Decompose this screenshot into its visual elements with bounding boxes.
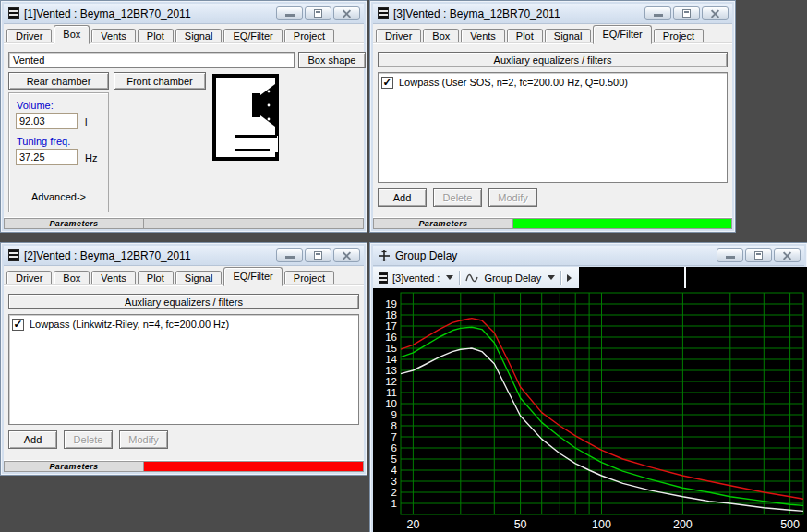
tab-signal[interactable]: Signal — [175, 29, 223, 44]
minimize-icon — [726, 256, 735, 259]
list-item[interactable]: ✓ Lowpass (Linkwitz-Riley, n=4, fc=200.0… — [12, 317, 355, 332]
minimize-button[interactable] — [276, 248, 303, 262]
svg-text:50: 50 — [514, 518, 527, 531]
close-button[interactable] — [333, 6, 360, 20]
tab-signal[interactable]: Signal — [545, 29, 592, 44]
tab-driver[interactable]: Driver — [6, 271, 52, 286]
eq-filter-list[interactable]: ✓ Lowpass (User SOS, n=2, fc=200.00 Hz, … — [378, 72, 728, 183]
tab-plot[interactable]: Plot — [138, 271, 174, 286]
tab-bar: Driver Box Vents Plot Signal EQ/Filter P… — [373, 24, 732, 44]
status-bar: Parameters — [373, 217, 732, 229]
svg-text:9: 9 — [391, 409, 397, 420]
window-vented-2: [2]Vented : Beyma_12BR70_2011 Driver Box… — [0, 242, 367, 476]
close-icon — [341, 250, 353, 262]
rear-chamber-button[interactable]: Rear chamber — [8, 72, 109, 90]
eq-filters-header: Auxliary equalizers / filters — [378, 52, 728, 67]
window-controls — [276, 6, 360, 20]
tab-driver[interactable]: Driver — [6, 29, 52, 44]
window-controls — [644, 6, 729, 20]
tab-eq-filter[interactable]: EQ/Filter — [223, 29, 282, 44]
advanced-link[interactable]: Advanced-> — [9, 191, 108, 202]
tab-signal[interactable]: Signal — [175, 271, 223, 286]
modify-button[interactable]: Modify — [488, 188, 537, 207]
restore-icon — [682, 9, 691, 18]
svg-text:100: 100 — [592, 518, 611, 531]
legend-box — [686, 267, 807, 288]
tuning-freq-input[interactable] — [16, 149, 78, 165]
restore-button[interactable] — [673, 6, 700, 20]
tab-eq-filter[interactable]: EQ/Filter — [223, 267, 282, 286]
status-progress-bar — [144, 461, 364, 472]
tab-plot[interactable]: Plot — [138, 29, 174, 44]
minimize-button[interactable] — [276, 6, 303, 20]
tab-box[interactable]: Box — [54, 25, 90, 44]
parameters-status-tab: Parameters — [4, 218, 144, 229]
svg-text:1: 1 — [391, 498, 397, 509]
tuning-freq-unit: Hz — [85, 152, 97, 163]
svg-text:3: 3 — [391, 476, 397, 487]
add-button[interactable]: Add — [378, 188, 427, 207]
titlebar[interactable]: [1]Vented : Beyma_12BR70_2011 — [4, 4, 364, 24]
front-chamber-button[interactable]: Front chamber — [114, 72, 206, 90]
document-icon — [8, 7, 19, 19]
add-button[interactable]: Add — [8, 430, 57, 449]
tab-box[interactable]: Box — [423, 29, 459, 44]
filter-enabled-checkbox[interactable]: ✓ — [381, 77, 393, 89]
toolbar-separator — [459, 271, 460, 285]
tab-vents[interactable]: Vents — [91, 271, 136, 286]
filter-enabled-checkbox[interactable]: ✓ — [12, 319, 24, 331]
minimize-icon — [285, 256, 295, 259]
source-selector[interactable]: [3]vented : — [373, 267, 457, 288]
minimize-icon — [654, 14, 663, 17]
tab-vents[interactable]: Vents — [91, 29, 136, 44]
chevron-down-icon — [446, 275, 453, 280]
volume-input[interactable] — [16, 113, 78, 129]
svg-text:10: 10 — [385, 398, 397, 409]
box-shape-button[interactable]: Box shape — [298, 52, 366, 68]
status-bar: Parameters — [4, 460, 364, 472]
plot-type-selector[interactable]: Group Delay — [462, 267, 559, 288]
titlebar[interactable]: Group Delay — [373, 246, 804, 266]
parameters-status-tab: Parameters — [4, 461, 144, 472]
tab-driver[interactable]: Driver — [376, 29, 421, 44]
svg-text:17: 17 — [385, 320, 397, 332]
svg-text:2: 2 — [391, 487, 397, 498]
close-button[interactable] — [774, 248, 801, 262]
close-button[interactable] — [333, 248, 360, 262]
restore-button[interactable] — [305, 6, 331, 20]
titlebar[interactable]: [3]Vented : Beyma_12BR70_2011 — [373, 4, 732, 24]
restore-button[interactable] — [305, 248, 331, 262]
titlebar[interactable]: [2]Vented : Beyma_12BR70_2011 — [4, 246, 364, 266]
tab-eq-filter[interactable]: EQ/Filter — [593, 25, 651, 44]
minimize-button[interactable] — [717, 248, 743, 262]
svg-text:13: 13 — [385, 365, 397, 376]
minimize-button[interactable] — [644, 6, 671, 20]
eq-filter-tab-page: Auxliary equalizers / filters ✓ Lowpass … — [4, 286, 364, 460]
tab-project[interactable]: Project — [284, 29, 334, 44]
window-controls — [276, 248, 360, 262]
restore-icon — [754, 251, 763, 260]
rear-chamber-panel: Volume: l Tuning freq. Hz Advanced-> — [8, 92, 109, 212]
status-progress-bar — [144, 218, 364, 229]
eq-filter-list[interactable]: ✓ Lowpass (Linkwitz-Riley, n=4, fc=200.0… — [8, 314, 359, 425]
box-diagram — [211, 73, 280, 162]
svg-text:12: 12 — [385, 376, 397, 387]
delete-button[interactable]: Delete — [64, 430, 113, 449]
document-icon — [379, 272, 388, 284]
tab-vents[interactable]: Vents — [461, 29, 505, 44]
toolbar-separator — [560, 271, 561, 285]
tab-box[interactable]: Box — [54, 271, 90, 286]
close-button[interactable] — [702, 6, 729, 20]
tab-plot[interactable]: Plot — [507, 29, 543, 44]
modify-button[interactable]: Modify — [119, 430, 168, 449]
next-button[interactable] — [563, 267, 575, 288]
list-item[interactable]: ✓ Lowpass (User SOS, n=2, fc=200.00 Hz, … — [381, 75, 724, 90]
tab-bar: Driver Box Vents Plot Signal EQ/Filter P… — [4, 266, 364, 286]
volume-unit: l — [85, 116, 87, 127]
status-progress-bar — [513, 218, 732, 229]
tab-project[interactable]: Project — [284, 271, 334, 286]
restore-button[interactable] — [745, 248, 772, 262]
delete-button[interactable]: Delete — [433, 188, 482, 207]
tab-project[interactable]: Project — [654, 29, 704, 44]
svg-text:19: 19 — [385, 298, 397, 309]
